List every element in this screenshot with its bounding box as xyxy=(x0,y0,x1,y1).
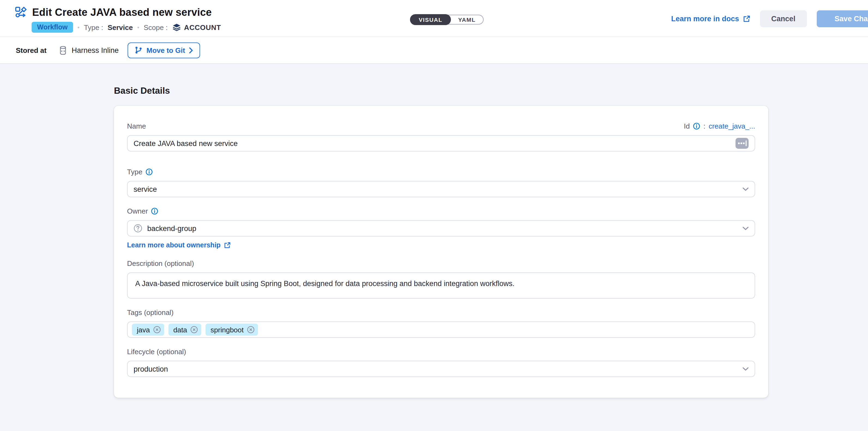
owner-select[interactable]: backend-group xyxy=(127,220,755,236)
lifecycle-select[interactable]: production xyxy=(127,361,755,377)
app-root: Edit Create JAVA based new service Workf… xyxy=(0,0,868,431)
page-title: Edit Create JAVA based new service xyxy=(32,6,212,18)
inline-storage-icon xyxy=(59,45,67,55)
name-input[interactable]: Create JAVA based new service xyxy=(127,135,755,152)
info-icon[interactable] xyxy=(693,123,700,130)
cancel-button[interactable]: Cancel xyxy=(760,10,807,27)
type-label: Type xyxy=(127,168,142,176)
name-input-value: Create JAVA based new service xyxy=(133,139,238,147)
tags-input[interactable]: java data xyxy=(127,322,755,338)
lifecycle-label: Lifecycle (optional) xyxy=(127,347,186,356)
tag-chip: java xyxy=(132,324,164,336)
remove-tag-icon[interactable] xyxy=(153,326,161,333)
name-field-group: Name Id : create_java_... xyxy=(127,122,755,152)
runtime-input-icon[interactable] xyxy=(736,138,749,149)
description-textarea[interactable]: A Java-based microservice built using Sp… xyxy=(127,272,755,299)
tags-field-group: Tags (optional) java data xyxy=(127,308,755,338)
chevron-down-icon xyxy=(743,367,749,371)
external-link-icon xyxy=(224,242,230,248)
remove-tag-icon[interactable] xyxy=(190,326,198,333)
learn-more-docs-link[interactable]: Learn more in docs xyxy=(671,15,750,23)
tab-visual[interactable]: VISUAL xyxy=(410,14,451,25)
type-field-group: Type service xyxy=(127,168,755,197)
external-link-icon xyxy=(743,15,750,22)
main-content: Basic Details Name Id xyxy=(0,64,868,431)
move-to-git-label: Move to Git xyxy=(146,46,185,54)
basic-details-card: Name Id : create_java_... xyxy=(114,106,768,398)
name-label: Name xyxy=(127,122,146,130)
header-actions: Learn more in docs Cancel Save Changes xyxy=(671,10,868,27)
page-header: Edit Create JAVA based new service Workf… xyxy=(0,0,868,37)
tab-yaml[interactable]: YAML xyxy=(451,15,483,25)
description-label: Description (optional) xyxy=(127,259,194,268)
type-select-value: service xyxy=(133,185,157,193)
section-title: Basic Details xyxy=(114,86,868,96)
id-label: Id xyxy=(684,122,690,130)
description-value: A Java-based microservice built using Sp… xyxy=(135,279,515,288)
storage-mode-value: Harness Inline xyxy=(72,46,119,54)
chevron-right-icon xyxy=(189,47,193,53)
tag-chip: data xyxy=(168,324,202,336)
lifecycle-select-value: production xyxy=(133,365,168,373)
tags-label: Tags (optional) xyxy=(127,308,174,317)
save-changes-button[interactable]: Save Changes xyxy=(817,10,868,27)
owner-label: Owner xyxy=(127,207,148,215)
git-branch-icon xyxy=(134,46,142,55)
ownership-docs-link[interactable]: Learn more about ownership xyxy=(127,241,230,249)
dot-separator: • xyxy=(78,24,80,31)
tag-chip: springboot xyxy=(206,324,258,336)
owner-field-group: Owner xyxy=(127,207,755,250)
tag-chip-label: springboot xyxy=(211,326,243,334)
stored-at-label: Stored at xyxy=(16,46,46,54)
chevron-down-icon xyxy=(743,226,749,230)
entity-kind-badge: Workflow xyxy=(32,22,73,33)
chevron-down-icon xyxy=(743,187,749,191)
scope-meta-label: Scope : xyxy=(144,23,168,31)
info-icon[interactable] xyxy=(151,208,158,215)
ownership-link-label: Learn more about ownership xyxy=(127,241,221,249)
owner-select-value: backend-group xyxy=(147,224,196,232)
description-field-group: Description (optional) A Java-based micr… xyxy=(127,259,755,299)
tag-chip-label: data xyxy=(174,326,187,334)
question-circle-icon xyxy=(133,224,142,233)
type-meta-label: Type : xyxy=(84,23,103,31)
lifecycle-field-group: Lifecycle (optional) production xyxy=(127,347,755,377)
entity-id-row: Id : create_java_... xyxy=(684,122,755,130)
scope-meta-value: ACCOUNT xyxy=(184,23,221,31)
remove-tag-icon[interactable] xyxy=(247,326,255,333)
type-select[interactable]: service xyxy=(127,181,755,197)
layers-icon xyxy=(172,23,181,32)
info-icon[interactable] xyxy=(146,168,153,175)
type-meta-value: Service xyxy=(108,23,133,31)
docs-link-label: Learn more in docs xyxy=(671,15,739,23)
workflow-icon xyxy=(15,6,27,19)
visual-yaml-toggle: VISUAL YAML xyxy=(410,15,484,25)
entity-id-link[interactable]: create_java_... xyxy=(709,122,755,130)
storage-bar: Stored at Harness Inline xyxy=(0,37,868,64)
dot-separator: • xyxy=(137,24,139,31)
move-to-git-button[interactable]: Move to Git xyxy=(127,42,200,58)
id-separator: : xyxy=(703,122,705,130)
tag-chip-label: java xyxy=(137,326,150,334)
